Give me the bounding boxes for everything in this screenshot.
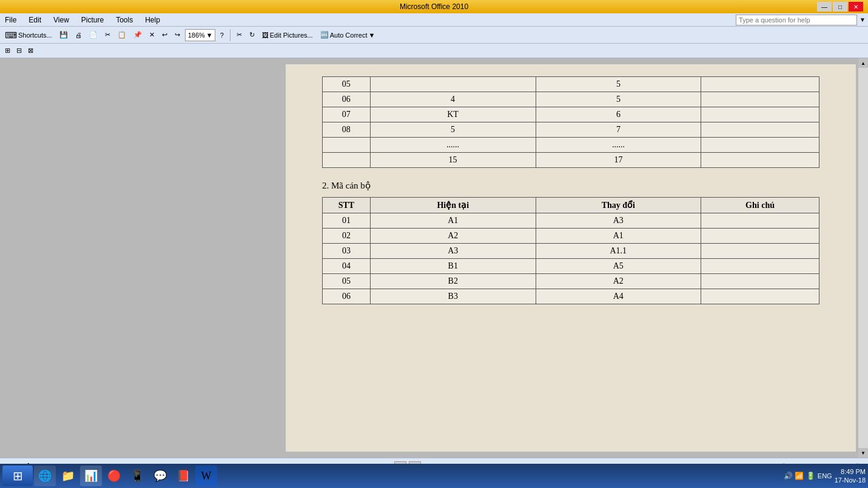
cell-stt: 03 bbox=[323, 244, 371, 259]
cell-stt: 01 bbox=[323, 213, 371, 229]
scrollbar-right[interactable]: ▲ ▼ bbox=[858, 58, 868, 458]
print2-icon[interactable]: 📄 bbox=[87, 28, 100, 42]
auto-correct-label: Auto Correct bbox=[330, 32, 368, 39]
shortcuts-label: Shortcuts... bbox=[18, 32, 52, 39]
cell-thay-doi: A1 bbox=[536, 229, 701, 244]
view-btn-1[interactable]: ⊞ bbox=[2, 44, 13, 58]
toolbar-separator bbox=[230, 29, 230, 41]
cell-col2: 15 bbox=[370, 153, 536, 168]
cell-stt: 06 bbox=[323, 289, 371, 304]
redo-icon[interactable]: ↪ bbox=[172, 28, 183, 42]
cell-col2 bbox=[370, 77, 536, 92]
menu-file[interactable]: File bbox=[2, 15, 19, 25]
main-toolbar: ⌨ Shortcuts... 💾 🖨 📄 ✂ 📋 📌 ✕ ↩ ↪ 186% ▼ … bbox=[0, 27, 868, 44]
paste-icon[interactable]: 📌 bbox=[131, 28, 144, 42]
cell-thay-doi: A5 bbox=[536, 259, 701, 274]
auto-correct-icon: 🔤 bbox=[320, 31, 329, 39]
cell-col4 bbox=[701, 107, 819, 122]
excel-icon[interactable]: 📊 bbox=[80, 466, 102, 486]
cell-stt: 02 bbox=[323, 229, 371, 244]
explorer-icon[interactable]: 📁 bbox=[57, 466, 79, 486]
cell-thay-doi: A4 bbox=[536, 289, 701, 304]
auto-correct-button[interactable]: 🔤 Auto Correct ▼ bbox=[318, 28, 378, 42]
copy-icon[interactable]: 📋 bbox=[115, 28, 129, 42]
cell-col4 bbox=[701, 92, 819, 107]
zalo-icon[interactable]: 💬 bbox=[149, 466, 171, 486]
help-icon[interactable]: ? bbox=[218, 28, 226, 42]
view-btn-2[interactable]: ⊟ bbox=[14, 44, 24, 58]
cell-col3: 7 bbox=[536, 122, 701, 138]
tray-time: 8:49 PM 17-Nov-18 bbox=[835, 467, 866, 485]
cell-col2: ...... bbox=[370, 138, 536, 153]
cell-col4 bbox=[701, 138, 819, 153]
cell-col3: 5 bbox=[536, 77, 701, 92]
cell-stt: 06 bbox=[323, 92, 371, 107]
cell-thay-doi: A3 bbox=[536, 213, 701, 229]
minimize-button[interactable]: — bbox=[817, 2, 832, 12]
scroll-down-arrow[interactable]: ▼ bbox=[858, 448, 868, 458]
shortcuts-icon: ⌨ bbox=[5, 30, 17, 40]
crop-icon[interactable]: ✂ bbox=[234, 28, 244, 42]
window-controls: — □ ✕ bbox=[817, 2, 863, 12]
dropdown-arrow-icon[interactable]: ▼ bbox=[860, 16, 866, 23]
close-button[interactable]: ✕ bbox=[849, 2, 863, 12]
cut-icon[interactable]: ✂ bbox=[103, 28, 113, 42]
table-row: 07 KT 6 bbox=[323, 107, 819, 122]
col-hien-tai: Hiện tại bbox=[370, 198, 536, 213]
undo-icon[interactable]: ↩ bbox=[160, 28, 170, 42]
language-indicator: ENG bbox=[818, 472, 832, 480]
help-question-input[interactable] bbox=[736, 15, 857, 25]
cell-hien-tai: A2 bbox=[370, 229, 536, 244]
main-content: ▲ ▼ 05 5 06 4 5 07 bbox=[0, 58, 868, 458]
view-btn-3[interactable]: ⊠ bbox=[25, 44, 36, 58]
cell-hien-tai: A1 bbox=[370, 213, 536, 229]
zoom-box[interactable]: 186% ▼ bbox=[185, 29, 215, 41]
menu-tools[interactable]: Tools bbox=[113, 15, 135, 25]
table-header-row: STT Hiện tại Thay đổi Ghi chú bbox=[323, 198, 819, 213]
taskbar: ⊞ 🌐 📁 📊 🔴 📱 💬 📕 W 🔊 📶 🔋 ENG 8:49 PM 17-N… bbox=[0, 464, 868, 488]
cell-stt: 08 bbox=[323, 122, 371, 138]
save-icon[interactable]: 💾 bbox=[57, 28, 70, 42]
table-2: STT Hiện tại Thay đổi Ghi chú 01 A1 A3 0… bbox=[322, 197, 819, 304]
cell-col3: 6 bbox=[536, 107, 701, 122]
document-page: 05 5 06 4 5 07 KT 6 08 bbox=[286, 64, 856, 452]
table-row: ...... ...... bbox=[323, 138, 819, 153]
delete-icon[interactable]: ✕ bbox=[147, 28, 157, 42]
ie-icon[interactable]: 🌐 bbox=[34, 466, 56, 486]
cell-col2: 4 bbox=[370, 92, 536, 107]
edit-pictures-label: Edit Pictures... bbox=[270, 32, 313, 39]
col-stt: STT bbox=[323, 198, 371, 213]
maximize-button[interactable]: □ bbox=[833, 2, 847, 12]
table-1: 05 5 06 4 5 07 KT 6 08 bbox=[322, 76, 819, 168]
cell-stt bbox=[323, 153, 371, 168]
rotate-icon[interactable]: ↻ bbox=[247, 28, 257, 42]
title-bar: Microsoft Office 2010 — □ ✕ bbox=[0, 0, 868, 13]
menu-help[interactable]: Help bbox=[143, 15, 163, 25]
start-button[interactable]: ⊞ bbox=[2, 466, 33, 486]
cell-col3: ...... bbox=[536, 138, 701, 153]
cell-ghi-chu bbox=[701, 244, 819, 259]
scroll-track[interactable] bbox=[858, 68, 868, 448]
menu-picture[interactable]: Picture bbox=[79, 15, 106, 25]
cell-col3: 17 bbox=[536, 153, 701, 168]
cell-stt: 07 bbox=[323, 107, 371, 122]
table-row: 05 B2 A2 bbox=[323, 274, 819, 289]
app-title: Microsoft Office 2010 bbox=[400, 2, 468, 11]
viber-icon[interactable]: 📱 bbox=[126, 466, 148, 486]
table-row: 06 4 5 bbox=[323, 92, 819, 107]
scroll-up-arrow[interactable]: ▲ bbox=[858, 58, 868, 68]
view-toolbar: ⊞ ⊟ ⊠ bbox=[0, 44, 868, 58]
word-icon[interactable]: W bbox=[195, 466, 217, 486]
clock-date: 17-Nov-18 bbox=[835, 476, 866, 484]
shortcuts-button[interactable]: ⌨ Shortcuts... bbox=[2, 28, 55, 42]
menu-edit[interactable]: Edit bbox=[26, 15, 44, 25]
col-thay-doi: Thay đổi bbox=[536, 198, 701, 213]
print-icon[interactable]: 🖨 bbox=[73, 28, 84, 42]
edit-pictures-button[interactable]: 🖼 Edit Pictures... bbox=[260, 28, 315, 42]
ppt-icon[interactable]: 📕 bbox=[172, 466, 194, 486]
table-row: 06 B3 A4 bbox=[323, 289, 819, 304]
cell-col4 bbox=[701, 153, 819, 168]
zoom-value: 186% bbox=[188, 32, 205, 39]
chrome-icon[interactable]: 🔴 bbox=[103, 466, 125, 486]
menu-view[interactable]: View bbox=[51, 15, 72, 25]
